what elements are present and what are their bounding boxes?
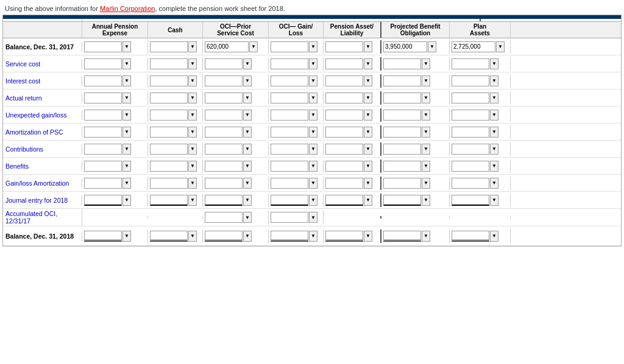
dropdown-btn-oci_psc[interactable]: ▼ bbox=[243, 93, 252, 103]
dropdown-btn-oci_psc[interactable]: ▼ bbox=[243, 144, 252, 155]
input-ape[interactable] bbox=[84, 110, 122, 121]
input-oci_gl[interactable] bbox=[271, 195, 308, 206]
input-cash[interactable] bbox=[150, 231, 188, 242]
input-cash[interactable] bbox=[150, 75, 188, 86]
input-oci_psc[interactable] bbox=[205, 178, 243, 189]
dropdown-btn-cash[interactable]: ▼ bbox=[188, 41, 197, 52]
input-pal[interactable] bbox=[325, 58, 363, 69]
input-pbo[interactable] bbox=[383, 161, 421, 172]
dropdown-btn-pa[interactable]: ▼ bbox=[490, 127, 498, 138]
input-pal[interactable] bbox=[325, 41, 363, 52]
dropdown-btn-cash[interactable]: ▼ bbox=[188, 144, 197, 155]
input-pa[interactable] bbox=[452, 127, 489, 138]
input-pbo[interactable] bbox=[383, 127, 421, 138]
dropdown-btn-pal[interactable]: ▼ bbox=[364, 58, 372, 69]
dropdown-btn-pbo[interactable]: ▼ bbox=[422, 178, 430, 189]
input-oci_psc[interactable] bbox=[205, 161, 243, 172]
input-oci_psc[interactable] bbox=[205, 231, 243, 242]
input-oci_gl[interactable] bbox=[271, 58, 308, 69]
dropdown-btn-oci_psc[interactable]: ▼ bbox=[243, 195, 252, 206]
dropdown-btn-pbo[interactable]: ▼ bbox=[422, 144, 430, 155]
dropdown-btn-oci_gl[interactable]: ▼ bbox=[309, 58, 317, 69]
input-oci_gl[interactable] bbox=[271, 41, 308, 52]
dropdown-btn-pa[interactable]: ▼ bbox=[496, 41, 505, 52]
dropdown-btn-pbo[interactable]: ▼ bbox=[422, 231, 430, 242]
input-pa[interactable] bbox=[452, 41, 495, 52]
input-pa[interactable] bbox=[452, 75, 489, 86]
input-oci_psc[interactable] bbox=[205, 41, 249, 52]
input-oci_psc[interactable] bbox=[205, 75, 243, 86]
input-oci_gl[interactable] bbox=[271, 93, 308, 103]
dropdown-btn-pa[interactable]: ▼ bbox=[490, 195, 498, 206]
input-pal[interactable] bbox=[325, 75, 363, 86]
input-pal[interactable] bbox=[325, 195, 363, 206]
dropdown-btn-oci_psc[interactable]: ▼ bbox=[243, 127, 252, 138]
input-oci_psc[interactable] bbox=[205, 144, 243, 155]
input-pbo[interactable] bbox=[383, 231, 421, 242]
dropdown-btn-ape[interactable]: ▼ bbox=[122, 58, 131, 69]
input-ape[interactable] bbox=[84, 144, 122, 155]
dropdown-btn-pbo[interactable]: ▼ bbox=[422, 110, 430, 121]
dropdown-btn-pa[interactable]: ▼ bbox=[490, 144, 498, 155]
dropdown-btn-pal[interactable]: ▼ bbox=[364, 144, 372, 155]
dropdown-btn-pal[interactable]: ▼ bbox=[364, 127, 372, 138]
input-cash[interactable] bbox=[150, 93, 188, 103]
input-oci_gl[interactable] bbox=[271, 178, 308, 189]
dropdown-btn-cash[interactable]: ▼ bbox=[188, 127, 197, 138]
input-pa[interactable] bbox=[452, 178, 489, 189]
dropdown-btn-pa[interactable]: ▼ bbox=[490, 93, 498, 103]
input-oci_gl[interactable] bbox=[271, 127, 308, 138]
input-pal[interactable] bbox=[325, 110, 363, 121]
input-pa[interactable] bbox=[452, 231, 489, 242]
input-pa[interactable] bbox=[452, 58, 489, 69]
dropdown-btn-ape[interactable]: ▼ bbox=[122, 178, 131, 189]
input-pbo[interactable] bbox=[383, 178, 421, 189]
input-oci_gl[interactable] bbox=[271, 75, 308, 86]
input-pa[interactable] bbox=[452, 144, 489, 155]
input-oci_psc[interactable] bbox=[205, 195, 243, 206]
input-ape[interactable] bbox=[84, 75, 122, 86]
input-ape[interactable] bbox=[84, 93, 122, 103]
input-pa[interactable] bbox=[452, 195, 489, 206]
dropdown-btn-oci_psc[interactable]: ▼ bbox=[243, 75, 252, 86]
dropdown-btn-pbo[interactable]: ▼ bbox=[422, 93, 430, 103]
input-ape[interactable] bbox=[84, 41, 122, 52]
dropdown-btn-oci_psc[interactable]: ▼ bbox=[243, 231, 252, 242]
dropdown-btn-cash[interactable]: ▼ bbox=[188, 178, 197, 189]
input-pbo[interactable] bbox=[383, 93, 421, 103]
input-pal[interactable] bbox=[325, 93, 363, 103]
input-oci_psc[interactable] bbox=[205, 93, 243, 103]
dropdown-btn-oci_gl[interactable]: ▼ bbox=[309, 178, 317, 189]
input-pal[interactable] bbox=[325, 144, 363, 155]
dropdown-btn-oci_gl[interactable]: ▼ bbox=[309, 231, 317, 242]
dropdown-btn-ape[interactable]: ▼ bbox=[122, 93, 131, 103]
dropdown-btn-oci_gl[interactable]: ▼ bbox=[309, 41, 317, 52]
input-oci_gl[interactable] bbox=[271, 110, 308, 121]
input-pal[interactable] bbox=[325, 127, 363, 138]
input-ape[interactable] bbox=[84, 161, 122, 172]
dropdown-btn-pa[interactable]: ▼ bbox=[490, 231, 498, 242]
dropdown-btn-pal[interactable]: ▼ bbox=[364, 195, 372, 206]
input-cash[interactable] bbox=[150, 110, 188, 121]
input-cash[interactable] bbox=[150, 178, 188, 189]
input-oci_psc[interactable] bbox=[205, 58, 243, 69]
dropdown-btn-pal[interactable]: ▼ bbox=[364, 178, 372, 189]
dropdown-btn-oci_gl[interactable]: ▼ bbox=[309, 110, 317, 121]
input-pal[interactable] bbox=[325, 161, 363, 172]
dropdown-btn-ape[interactable]: ▼ bbox=[122, 41, 131, 52]
dropdown-btn-oci_gl[interactable]: ▼ bbox=[309, 161, 317, 172]
dropdown-btn-pbo[interactable]: ▼ bbox=[422, 195, 430, 206]
dropdown-btn-cash[interactable]: ▼ bbox=[188, 58, 197, 69]
dropdown-btn-pa[interactable]: ▼ bbox=[490, 110, 498, 121]
input-ape[interactable] bbox=[84, 178, 122, 189]
input-pal[interactable] bbox=[325, 231, 363, 242]
company-name-link[interactable]: Marlin Corporation bbox=[100, 5, 155, 12]
input-pbo[interactable] bbox=[383, 144, 421, 155]
dropdown-btn-oci_psc[interactable]: ▼ bbox=[243, 58, 252, 69]
input-cash[interactable] bbox=[150, 127, 188, 138]
dropdown-btn-cash[interactable]: ▼ bbox=[188, 195, 197, 206]
input-cash[interactable] bbox=[150, 195, 188, 206]
dropdown-btn-cash[interactable]: ▼ bbox=[188, 161, 197, 172]
input-cash[interactable] bbox=[150, 41, 188, 52]
input-pa[interactable] bbox=[452, 93, 489, 103]
